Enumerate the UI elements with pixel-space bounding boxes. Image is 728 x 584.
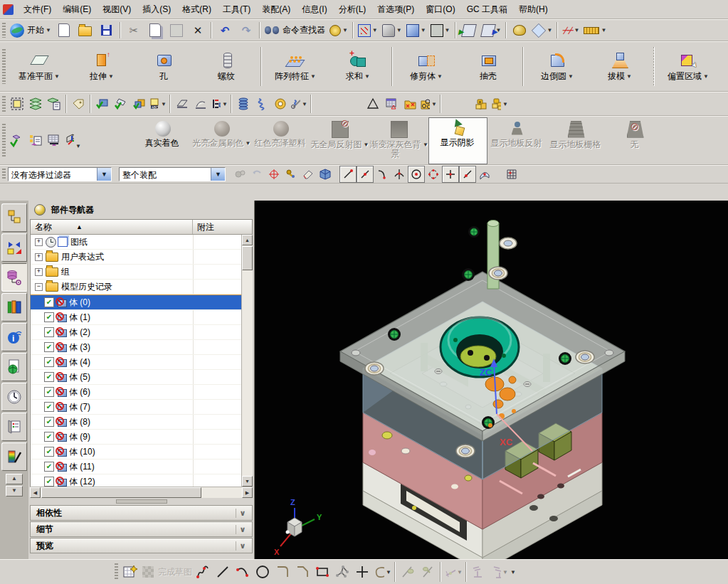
feature-button[interactable]: 基准平面▼ <box>8 44 70 90</box>
toolbar-grip[interactable] <box>115 563 118 580</box>
polygon-button[interactable] <box>332 562 352 582</box>
ruler-button[interactable]: ▼ <box>581 21 608 40</box>
preview-panel-header[interactable]: 预览∨ <box>30 538 253 553</box>
rapid-dimension-button[interactable]: ▼ <box>443 562 463 582</box>
feature-button[interactable]: 边倒圆▼ <box>526 44 589 90</box>
mesh-table-button[interactable] <box>382 95 401 113</box>
corner-tool-button[interactable] <box>191 95 210 113</box>
feature-button[interactable]: 拉伸▼ <box>70 44 133 90</box>
point-button[interactable] <box>352 562 372 582</box>
delete-button[interactable]: ✕ <box>187 21 209 40</box>
menu-item[interactable]: 插入(S) <box>137 1 176 18</box>
start-button[interactable]: 开始▼ <box>8 21 53 40</box>
tree-row-body[interactable]: ✔体 (10) <box>31 445 252 460</box>
feature-button[interactable]: 偏置区域▼ <box>657 44 719 90</box>
menu-item[interactable]: 窗口(O) <box>420 1 460 18</box>
cut-button[interactable]: ✂ <box>123 21 144 40</box>
render-style-button[interactable]: 真实着色 <box>133 119 192 163</box>
folder-circles-button[interactable]: ▼ <box>419 95 438 113</box>
render-style-button[interactable]: 无全局反射图▼ <box>310 119 369 163</box>
resource-bar-up-button[interactable]: ▲ <box>6 474 23 484</box>
tree-row-body[interactable]: ✔体 (6) <box>31 385 252 400</box>
chamfer-tool-button[interactable] <box>173 95 191 113</box>
menu-item[interactable]: GC 工具箱 <box>461 1 513 18</box>
sketch-button[interactable] <box>120 562 140 582</box>
rectangle-button[interactable] <box>312 562 332 582</box>
snap-endpoint-toggle[interactable] <box>339 166 357 183</box>
menu-item[interactable]: 格式(R) <box>176 1 217 18</box>
scroll-left-icon[interactable]: ◀ <box>30 487 41 498</box>
expander-icon[interactable]: + <box>35 238 43 246</box>
pick-list-button[interactable]: ▼ <box>210 95 228 113</box>
checkbox-icon[interactable]: ✔ <box>44 312 54 322</box>
checkbox-icon[interactable]: ✔ <box>44 417 54 427</box>
checkbox-icon[interactable]: ✔ <box>44 357 54 367</box>
cube-select-button[interactable] <box>317 166 334 183</box>
tab-assembly-navigator[interactable] <box>1 203 27 232</box>
menu-item[interactable]: 工具(T) <box>217 1 256 18</box>
tree-row-body[interactable]: ✔体 (4) <box>31 355 252 370</box>
open-button[interactable] <box>75 21 96 40</box>
lock-body-button[interactable] <box>472 95 490 113</box>
selection-filter-combo[interactable]: 没有选择过滤器▼ <box>8 167 112 181</box>
expander-icon[interactable]: + <box>35 268 43 276</box>
tab-roles[interactable] <box>1 442 27 471</box>
toolbar-grip[interactable] <box>2 49 6 83</box>
profile-button[interactable] <box>193 562 213 582</box>
panel-splitter[interactable] <box>30 499 253 504</box>
verify-body-button[interactable] <box>130 95 149 113</box>
layer-settings-button[interactable] <box>26 95 45 113</box>
feature-button[interactable]: 抽壳 <box>458 44 520 90</box>
snap-target-button[interactable] <box>265 166 283 183</box>
tree-row-body[interactable]: ✔体 (3) <box>31 340 252 355</box>
section-plane2-button[interactable]: ▶▼ <box>480 21 504 40</box>
toolbar-grip[interactable] <box>2 23 6 37</box>
role-key-button[interactable]: ▼ <box>327 21 350 40</box>
selection-scope-combo[interactable]: 整个装配▼ <box>119 167 226 181</box>
measure-button[interactable]: ⌿⌿▼ <box>560 21 581 40</box>
menu-item[interactable]: 信息(I) <box>296 1 332 18</box>
menu-item[interactable]: 视图(V) <box>97 1 137 18</box>
tree-horizontal-scrollbar[interactable]: ◀ ▶ <box>30 487 253 498</box>
snap-intersection-toggle[interactable] <box>391 166 408 183</box>
verify-part-button[interactable] <box>93 95 112 113</box>
menu-item[interactable]: 编辑(E) <box>57 1 97 18</box>
redo-button[interactable]: ↷ <box>236 21 257 40</box>
table-plug-button[interactable] <box>45 132 63 150</box>
checkbox-icon[interactable]: ✔ <box>44 327 54 337</box>
fit-view-button[interactable]: ▼ <box>356 21 380 40</box>
tree-row-body[interactable]: ✔体 (9) <box>31 430 252 445</box>
eraser-button[interactable] <box>300 166 317 183</box>
menu-item[interactable]: 文件(F) <box>18 1 57 18</box>
lock-bodies-button[interactable]: ▼ <box>490 95 509 113</box>
view-orient-button[interactable]: ▼ <box>404 21 428 40</box>
tree-row-body[interactable]: ✔体 (7) <box>31 400 252 415</box>
resource-bar-down-button[interactable]: ▼ <box>6 486 23 497</box>
tab-palettes[interactable] <box>1 413 27 441</box>
render-style-button[interactable]: 显示阴影 <box>428 117 487 164</box>
grid-snap-toggle[interactable] <box>503 166 520 183</box>
tab-reuse-library[interactable] <box>1 293 27 322</box>
checkbox-icon[interactable]: ✔ <box>44 387 54 397</box>
render-style-button[interactable]: 显示地板栅格 <box>547 119 606 163</box>
copy-button[interactable] <box>144 21 166 40</box>
snapshot-button[interactable]: ▼ <box>530 21 554 40</box>
tag-button[interactable] <box>69 95 88 113</box>
render-style-button[interactable]: 显示地板反射 <box>487 119 547 163</box>
chamfer-button[interactable] <box>292 562 312 582</box>
circle-button[interactable] <box>253 562 273 582</box>
graphics-viewport[interactable]: ZC XC Z Y X <box>255 201 728 560</box>
fillet-button[interactable] <box>273 562 292 582</box>
snap-midpoint-toggle[interactable] <box>357 166 374 183</box>
tree-row-body[interactable]: ✔体 (11) <box>31 460 252 474</box>
checkbox-icon[interactable]: ✔ <box>44 447 54 457</box>
menu-item[interactable]: 首选项(P) <box>371 1 420 18</box>
render-style-button[interactable]: 渐变深灰色背景▼ <box>369 119 428 163</box>
toolbar-grip[interactable] <box>2 169 6 181</box>
scrollbar-thumb[interactable] <box>41 487 201 498</box>
washer-button[interactable] <box>271 95 290 113</box>
verify-mate-button[interactable] <box>112 95 130 113</box>
tree-row-model-history[interactable]: −模型历史记录 <box>31 280 252 294</box>
checkbox-icon[interactable]: ✔ <box>44 297 54 307</box>
save-button[interactable] <box>96 21 117 40</box>
